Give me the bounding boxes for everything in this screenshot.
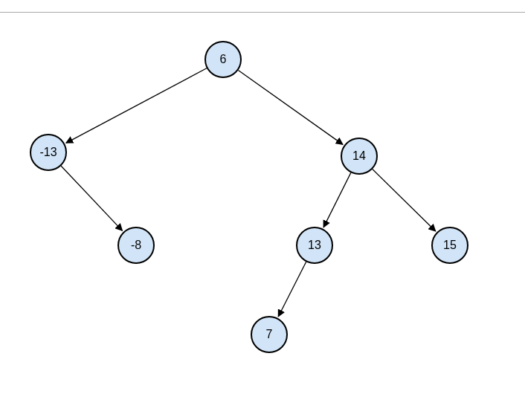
- tree-node: -13: [30, 134, 67, 171]
- tree-node: -8: [117, 227, 155, 264]
- tree-node-value: 13: [308, 239, 321, 252]
- tree-node: 15: [431, 227, 468, 264]
- tree-edge: [278, 262, 306, 317]
- tree-node-value: -13: [39, 146, 57, 159]
- tree-node: 13: [296, 227, 333, 264]
- tree-edge: [61, 166, 122, 230]
- tree-edges-layer: [0, 0, 525, 420]
- tree-node: 7: [251, 316, 288, 353]
- tree-node-root: 6: [204, 41, 242, 78]
- tree-node-value: 7: [266, 328, 273, 341]
- tree-edge: [238, 70, 343, 144]
- tree-edge: [373, 169, 436, 232]
- tree-edge: [323, 172, 351, 227]
- tree-node: 14: [341, 138, 378, 175]
- tree-node-value: 14: [352, 149, 366, 163]
- tree-node-value: -8: [131, 239, 141, 252]
- tree-node-value: 15: [443, 239, 457, 252]
- tree-node-value: 6: [220, 53, 227, 66]
- tree-edge: [66, 68, 207, 143]
